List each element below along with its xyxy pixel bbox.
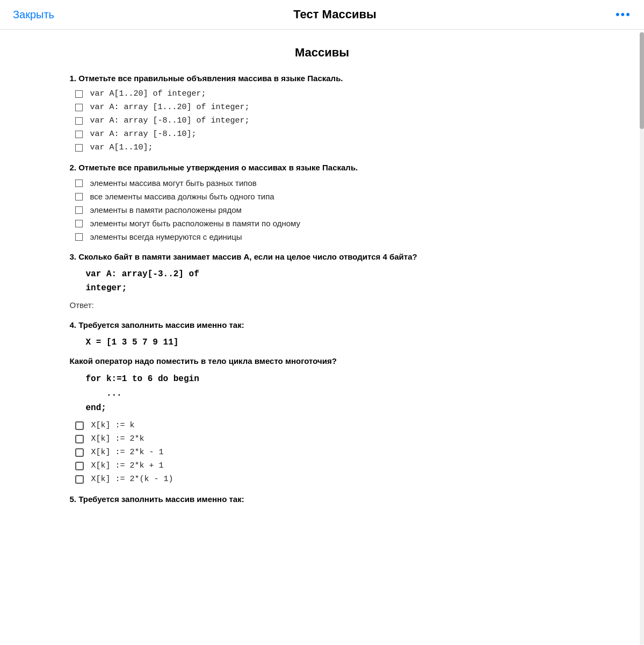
q2-option-5[interactable]: элементы всегда нумеруются с единицы	[70, 232, 575, 241]
q4-option-5[interactable]: X[k] := 2*(k - 1)	[70, 475, 575, 484]
q4-option-text-5: X[k] := 2*(k - 1)	[91, 475, 173, 484]
q1-option-text-4: var A: array [-8..10];	[90, 130, 197, 139]
q2-checkbox-2[interactable]	[75, 193, 83, 200]
q4-option-text-2: X[k] := 2*k	[91, 434, 144, 443]
q4-array-display: X = [1 3 5 7 9 11]	[86, 336, 575, 350]
q2-option-4[interactable]: элементы могут быть расположены в памяти…	[70, 219, 575, 228]
page-title: Массивы	[70, 46, 575, 60]
main-content: Массивы 1. Отметьте все правильные объяв…	[27, 30, 618, 536]
q2-option-text-5: элементы всегда нумеруются с единицы	[90, 232, 242, 241]
close-button[interactable]: Закрыть	[13, 9, 54, 21]
q1-option-2[interactable]: var A: array [1...20] of integer;	[70, 103, 575, 112]
q4-radio-2[interactable]	[75, 435, 84, 443]
q4-radio-1[interactable]	[75, 421, 84, 430]
q1-option-text-1: var A[1..20] of integer;	[90, 89, 206, 98]
q5-label: 5. Требуется заполнить массив именно так…	[70, 493, 575, 505]
q2-option-text-1: элементы массива могут быть разных типов	[90, 178, 257, 188]
q2-option-text-2: все элементы массива должны быть одного …	[90, 192, 274, 201]
q2-label: 2. Отметьте все правильные утверждения о…	[70, 162, 575, 173]
q2-checkbox-5[interactable]	[75, 233, 83, 241]
q4-option-4[interactable]: X[k] := 2*k + 1	[70, 461, 575, 470]
q4-label: 4. Требуется заполнить массив именно так…	[70, 319, 575, 331]
q3-answer-label: Ответ:	[70, 300, 575, 310]
app-header: Закрыть Тест Массивы •••	[0, 0, 644, 30]
q2-option-2[interactable]: все элементы массива должны быть одного …	[70, 192, 575, 201]
q2-checkbox-3[interactable]	[75, 206, 83, 214]
q1-option-text-2: var A: array [1...20] of integer;	[90, 103, 250, 112]
q4-option-2[interactable]: X[k] := 2*k	[70, 434, 575, 443]
q1-label: 1. Отметьте все правильные объявления ма…	[70, 73, 575, 84]
q1-checkbox-3[interactable]	[75, 117, 83, 125]
q2-option-text-4: элементы могут быть расположены в памяти…	[90, 219, 301, 228]
q3-code: var A: array[-3..2] of integer;	[86, 268, 575, 295]
q4-option-text-3: X[k] := 2*k - 1	[91, 448, 164, 457]
q1-option-1[interactable]: var A[1..20] of integer;	[70, 89, 575, 98]
question-3: 3. Сколько байт в памяти занимает массив…	[70, 251, 575, 310]
question-4: 4. Требуется заполнить массив именно так…	[70, 319, 575, 484]
scrollbar[interactable]	[640, 32, 644, 645]
q4-question2: Какой оператор надо поместить в тело цик…	[70, 355, 575, 367]
q2-option-3[interactable]: элементы в памяти расположены рядом	[70, 205, 575, 214]
q4-radio-5[interactable]	[75, 475, 84, 484]
q4-option-1[interactable]: X[k] := k	[70, 421, 575, 430]
q1-option-5[interactable]: var A[1..10];	[70, 143, 575, 152]
q4-option-text-1: X[k] := k	[91, 421, 135, 430]
q2-checkbox-1[interactable]	[75, 180, 83, 187]
q2-option-text-3: элементы в памяти расположены рядом	[90, 205, 242, 214]
q1-checkbox-2[interactable]	[75, 104, 83, 111]
q1-option-4[interactable]: var A: array [-8..10];	[70, 130, 575, 139]
scrollbar-thumb[interactable]	[640, 32, 644, 129]
q1-checkbox-4[interactable]	[75, 131, 83, 138]
q4-option-3[interactable]: X[k] := 2*k - 1	[70, 448, 575, 457]
question-2: 2. Отметьте все правильные утверждения о…	[70, 162, 575, 241]
q2-option-1[interactable]: элементы массива могут быть разных типов	[70, 178, 575, 188]
q2-checkbox-4[interactable]	[75, 220, 83, 227]
q1-checkbox-5[interactable]	[75, 144, 83, 152]
q1-option-text-5: var A[1..10];	[90, 143, 153, 152]
q4-radio-4[interactable]	[75, 462, 84, 470]
q1-option-3[interactable]: var A: array [-8..10] of integer;	[70, 116, 575, 125]
more-button[interactable]: •••	[616, 8, 631, 22]
q1-checkbox-1[interactable]	[75, 90, 83, 98]
question-1: 1. Отметьте все правильные объявления ма…	[70, 73, 575, 152]
q4-option-text-4: X[k] := 2*k + 1	[91, 461, 164, 470]
q1-option-text-3: var A: array [-8..10] of integer;	[90, 116, 250, 125]
q4-radio-3[interactable]	[75, 448, 84, 457]
header-title: Тест Массивы	[54, 8, 616, 22]
question-5: 5. Требуется заполнить массив именно так…	[70, 493, 575, 505]
q3-label: 3. Сколько байт в памяти занимает массив…	[70, 251, 575, 262]
q4-for-code: for k:=1 to 6 do begin ... end;	[86, 372, 575, 416]
